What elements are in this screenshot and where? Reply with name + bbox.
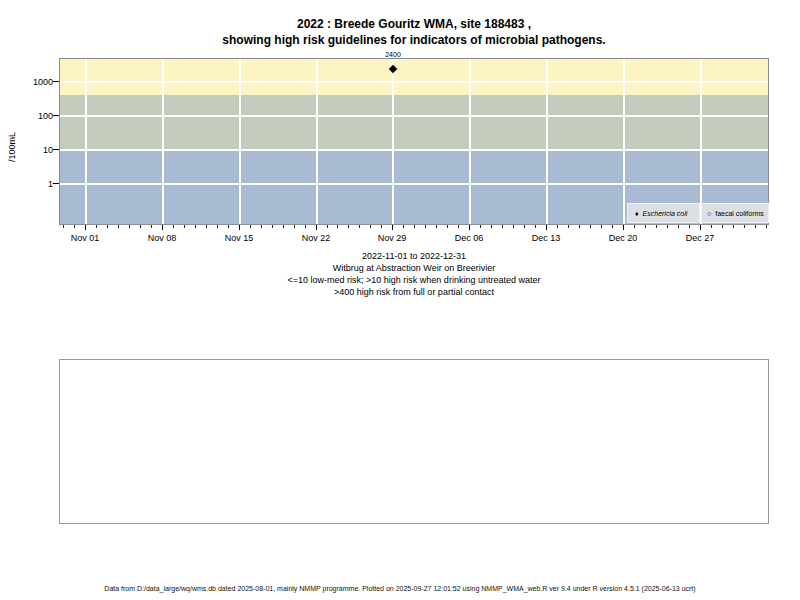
x-tick-nov22 bbox=[316, 225, 317, 230]
gridline-nov15 bbox=[239, 59, 241, 224]
gridline-nov29 bbox=[392, 59, 394, 224]
empty-panel bbox=[59, 359, 769, 524]
y-tick-label-10: 10 bbox=[13, 145, 53, 155]
x-tick-label-nov08: Nov 08 bbox=[132, 233, 192, 243]
y-tick-1 bbox=[53, 183, 59, 184]
gridline-dec20 bbox=[623, 59, 625, 224]
x-tick-dec20 bbox=[623, 225, 624, 230]
gridline-y-1000 bbox=[60, 81, 768, 83]
x-tick-label-nov22: Nov 22 bbox=[286, 233, 346, 243]
x-tick-nov01 bbox=[85, 225, 86, 230]
x-axis-minor-ticks bbox=[59, 225, 769, 228]
x-tick-label-nov15: Nov 15 bbox=[209, 233, 269, 243]
caption-risk-rule-drinking: <=10 low-med risk; >10 high risk when dr… bbox=[59, 274, 769, 286]
chart-caption: 2022-11-01 to 2022-12-31 Witbrug at Abst… bbox=[59, 250, 769, 298]
filled-diamond-icon: ♦ bbox=[635, 210, 639, 217]
caption-risk-rule-contact: >400 high risk from full or partial cont… bbox=[59, 286, 769, 298]
chart-title: 2022 : Breede Gouritz WMA, site 188483 ,… bbox=[59, 16, 769, 48]
footer-provenance-text: Data from D:/data_large/wq/wms.db dated … bbox=[0, 584, 800, 593]
y-tick-label-1: 1 bbox=[13, 179, 53, 189]
x-tick-dec27 bbox=[700, 225, 701, 230]
x-axis: Nov 01 Nov 08 Nov 15 Nov 22 Nov 29 Dec 0… bbox=[59, 225, 769, 247]
gridline-dec27 bbox=[700, 59, 702, 224]
caption-date-range: 2022-11-01 to 2022-12-31 bbox=[59, 250, 769, 262]
caption-site-name: Witbrug at Abstraction Weir on Breerivie… bbox=[59, 262, 769, 274]
y-tick-1000 bbox=[53, 81, 59, 82]
y-tick-label-1000: 1000 bbox=[13, 77, 53, 87]
legend-faecal-coliforms-label: faecal coliforms bbox=[715, 210, 764, 217]
gridline-y-100 bbox=[60, 115, 768, 117]
y-tick-100 bbox=[53, 115, 59, 116]
gridline-nov08 bbox=[162, 59, 164, 224]
x-tick-label-dec13: Dec 13 bbox=[516, 233, 576, 243]
plot-page: 2022 : Breede Gouritz WMA, site 188483 ,… bbox=[0, 0, 800, 600]
chart-title-line1: 2022 : Breede Gouritz WMA, site 188483 , bbox=[59, 16, 769, 32]
gridline-y-10 bbox=[60, 149, 768, 151]
legend-ecoli-label: Eschericia coli bbox=[643, 210, 688, 217]
x-tick-dec06 bbox=[469, 225, 470, 230]
y-tick-label-100: 100 bbox=[13, 111, 53, 121]
gridline-dec13 bbox=[546, 59, 548, 224]
legend-ecoli: ♦ Eschericia coli bbox=[627, 203, 700, 223]
gridline-y-1 bbox=[60, 183, 768, 185]
gridline-nov01 bbox=[85, 59, 87, 224]
x-tick-label-nov01: Nov 01 bbox=[55, 233, 115, 243]
chart-title-line2: showing high risk guidelines for indicat… bbox=[59, 32, 769, 48]
gridline-dec06 bbox=[469, 59, 471, 224]
gridline-nov22 bbox=[316, 59, 318, 224]
open-circle-icon: ○ bbox=[707, 210, 711, 217]
y-tick-10 bbox=[53, 149, 59, 150]
x-tick-nov29 bbox=[392, 225, 393, 230]
x-tick-label-nov29: Nov 29 bbox=[362, 233, 422, 243]
x-tick-label-dec20: Dec 20 bbox=[593, 233, 653, 243]
legend-faecal-coliforms: ○ faecal coliforms bbox=[701, 203, 769, 223]
high-risk-band bbox=[60, 59, 768, 95]
x-tick-nov08 bbox=[162, 225, 163, 230]
x-tick-label-dec27: Dec 27 bbox=[670, 233, 730, 243]
medium-risk-band bbox=[60, 95, 768, 150]
x-tick-nov15 bbox=[239, 225, 240, 230]
data-point-value-label: 2400 bbox=[373, 51, 413, 59]
x-tick-dec13 bbox=[546, 225, 547, 230]
plot-area: 1000 100 10 1 2400 ♦ Eschericia coli ○ f… bbox=[59, 58, 769, 225]
x-tick-label-dec06: Dec 06 bbox=[439, 233, 499, 243]
